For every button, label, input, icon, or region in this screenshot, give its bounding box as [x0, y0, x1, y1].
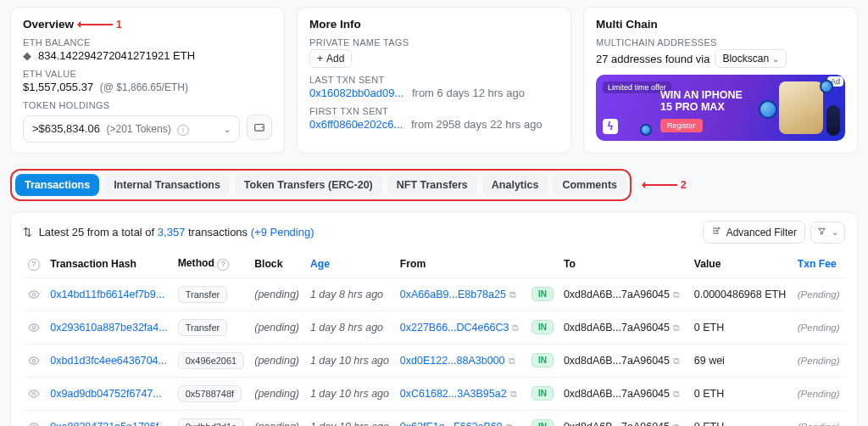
svg-point-4 [32, 326, 36, 329]
header-to: To [559, 250, 689, 277]
header-from: From [395, 250, 526, 277]
token-holdings-select[interactable]: >$635,834.06 (>201 Tokens) i ⌄ [23, 115, 240, 143]
annotation-arrow-1: 1 [79, 19, 122, 31]
question-icon[interactable]: ? [217, 259, 229, 271]
tab-analytics[interactable]: Analytics [482, 174, 548, 196]
multichain-card: Multi Chain MULTICHAIN ADDRESSES 27 addr… [583, 7, 858, 154]
copy-icon[interactable]: ⧉ [510, 389, 517, 399]
coin-icon [820, 80, 833, 93]
header-method: Method ? [173, 250, 250, 277]
view-icon[interactable] [28, 355, 40, 367]
to-link[interactable]: 0xd8dA6B...7aA96045 [564, 388, 670, 400]
chevron-down-icon: ⌄ [772, 54, 779, 64]
header-fee[interactable]: Txn Fee [793, 250, 845, 277]
tab-transactions[interactable]: Transactions [15, 174, 99, 196]
tabs-wrap: Transactions Internal Transactions Token… [10, 169, 858, 201]
sort-icon[interactable]: ⇅ [23, 226, 32, 238]
direction-badge: IN [531, 386, 554, 401]
view-icon[interactable] [28, 322, 40, 334]
direction-badge: IN [531, 320, 554, 334]
pending-link[interactable]: (+9 Pending) [251, 226, 314, 238]
copy-icon[interactable]: ⧉ [673, 356, 680, 366]
copy-icon[interactable]: ⧉ [509, 356, 515, 366]
header-block: Block [249, 250, 305, 277]
svg-point-2 [716, 230, 718, 232]
view-icon[interactable] [28, 289, 40, 300]
device-icon [826, 105, 840, 136]
method-pill: 0x496e2061 [178, 352, 245, 369]
value-cell: 0 ETH [694, 421, 724, 427]
eth-balance-value: ◆ 834.142294272041271921 ETH [23, 49, 272, 62]
view-icon[interactable] [28, 421, 40, 427]
to-link[interactable]: 0xd8dA6B...7aA96045 [564, 322, 670, 334]
tab-internal[interactable]: Internal Transactions [104, 174, 230, 196]
to-link[interactable]: 0xd8dA6B...7aA96045 [564, 289, 670, 300]
value-cell: 0.0000486968 ETH [694, 289, 786, 300]
copy-icon[interactable]: ⧉ [512, 322, 519, 333]
txn-hash-link[interactable]: 0x9ad9db04752f6747... [50, 388, 161, 400]
to-link[interactable]: 0xd8dA6B...7aA96045 [564, 421, 670, 427]
copy-icon[interactable]: ⧉ [673, 422, 680, 427]
view-icon[interactable] [28, 388, 40, 400]
svg-point-6 [32, 392, 36, 395]
fee-cell: (Pending) [798, 422, 840, 427]
fee-cell: (Pending) [798, 322, 840, 333]
copy-icon[interactable]: ⧉ [673, 289, 680, 300]
sliders-icon [711, 226, 721, 238]
blockscan-dropdown[interactable]: Blockscan ⌄ [715, 49, 787, 68]
header-age[interactable]: Age [305, 250, 395, 277]
block-value: (pending) [254, 355, 299, 367]
txn-hash-link[interactable]: 0x293610a887be32fa4... [50, 322, 167, 334]
table-row: 0xa88284731a5a1796f...0xdbbd2d1c(pending… [23, 410, 845, 426]
first-txn-ago: from 2958 days 22 hrs ago [411, 118, 542, 131]
add-tag-button[interactable]: + Add [309, 49, 352, 68]
last-txn-hash[interactable]: 0x16082bb0ad09... [309, 87, 403, 99]
copy-icon[interactable]: ⧉ [673, 389, 680, 399]
tab-comments[interactable]: Comments [553, 174, 626, 196]
moreinfo-card: More Info PRIVATE NAME TAGS + Add LAST T… [297, 7, 571, 154]
txn-hash-link[interactable]: 0xa88284731a5a1796f... [50, 421, 167, 427]
copy-icon[interactable]: ⧉ [509, 289, 516, 300]
from-link[interactable]: 0x62fE1a...F662aB69 [400, 421, 503, 427]
method-pill: 0x5788748f [178, 385, 242, 402]
first-txn-hash[interactable]: 0x6ff0860e202c6... [309, 118, 403, 131]
txn-hash-link[interactable]: 0x14bd11fb6614ef7b9... [50, 289, 164, 300]
header-eye: ? [23, 250, 45, 277]
txn-hash-link[interactable]: 0xbd1d3fc4ee6436704... [50, 355, 167, 367]
eth-value-amount: $1,557,055.37 (@ $1,866.65/ETH) [23, 81, 272, 93]
from-link[interactable]: 0xd0E122...88A3b000 [400, 355, 505, 367]
advanced-filter-button[interactable]: Advanced Filter [703, 221, 805, 244]
age-value: 1 day 8 hrs ago [310, 322, 383, 334]
ad-register-button[interactable]: Register [660, 119, 703, 132]
first-txn-label: FIRST TXN SENT [309, 106, 559, 116]
method-pill: 0xdbbd2d1c [178, 418, 244, 427]
filter-dropdown-button[interactable]: ⌄ [810, 221, 845, 244]
coin-icon [640, 124, 652, 136]
tab-nft[interactable]: NFT Transfers [387, 174, 477, 196]
copy-icon[interactable]: ⧉ [673, 322, 680, 333]
private-tags-label: PRIVATE NAME TAGS [309, 37, 559, 48]
from-link[interactable]: 0xA66aB9...E8b78a25 [400, 289, 506, 300]
tab-tokentransfers[interactable]: Token Transfers (ERC-20) [235, 174, 382, 196]
svg-point-5 [32, 359, 36, 362]
direction-badge: IN [531, 353, 554, 367]
fee-cell: (Pending) [798, 356, 840, 366]
wallet-button[interactable] [247, 115, 272, 140]
from-link[interactable]: 0xC61682...3A3B95a2 [400, 388, 507, 400]
from-link[interactable]: 0x227B66...DC4e66C3 [400, 322, 509, 334]
ad-banner[interactable]: Ad ϟ Limited time offer WIN AN IPHONE 15… [596, 75, 845, 141]
last-txn-ago: from 6 days 12 hrs ago [412, 87, 525, 99]
chevron-down-icon: ⌄ [832, 227, 838, 237]
total-count-link[interactable]: 3,357 [158, 226, 186, 238]
to-link[interactable]: 0xd8dA6B...7aA96045 [564, 355, 670, 367]
table-row: 0xbd1d3fc4ee6436704...0x496e2061(pending… [23, 344, 845, 377]
table-row: 0x9ad9db04752f6747...0x5788748f(pending)… [23, 377, 845, 410]
chevron-down-icon: ⌄ [224, 125, 231, 134]
question-icon[interactable]: ? [28, 259, 40, 271]
eth-balance-label: ETH BALANCE [23, 37, 272, 48]
fee-cell: (Pending) [798, 289, 840, 300]
copy-icon[interactable]: ⧉ [506, 422, 513, 427]
ad-brand-icon: ϟ [603, 119, 618, 134]
wallet-icon [253, 121, 265, 133]
overview-card: Overview 1 ETH BALANCE ◆ 834.14229427204… [10, 7, 285, 154]
